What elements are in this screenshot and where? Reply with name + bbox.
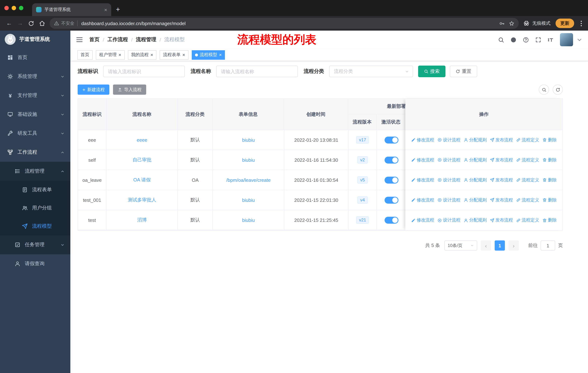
goto-page-input[interactable]: [541, 240, 555, 251]
sidebar-item-home[interactable]: 首页: [0, 48, 70, 67]
form-info-link[interactable]: biubiu: [242, 197, 255, 203]
active-toggle[interactable]: [384, 156, 398, 163]
sidebar-item-devtools[interactable]: 研发工具: [0, 124, 70, 143]
sidebar-item-payment[interactable]: ¥ 支付管理: [0, 86, 70, 105]
sidebar-item-task-mgmt[interactable]: 任务管理: [0, 235, 70, 254]
github-icon[interactable]: [510, 37, 516, 43]
zoom-window-button[interactable]: [19, 6, 23, 10]
form-info-link[interactable]: biubiu: [242, 157, 255, 163]
close-window-button[interactable]: [4, 6, 9, 10]
process-name-input[interactable]: [216, 66, 298, 77]
op-definition-link[interactable]: 流程定义: [516, 137, 539, 143]
bookmark-star-icon[interactable]: [509, 20, 514, 26]
version-badge[interactable]: v21: [356, 216, 369, 224]
op-delete-link[interactable]: 删除: [542, 137, 557, 143]
address-bar[interactable]: 不安全 dashboard.yudao.iocoder.cn/bpm/manag…: [50, 18, 519, 29]
close-icon[interactable]: ×: [182, 52, 185, 57]
password-key-icon[interactable]: [499, 20, 504, 26]
op-publish-link[interactable]: 发布流程: [490, 177, 513, 183]
sidebar-item-process-model[interactable]: 流程模型: [0, 217, 70, 235]
sidebar-item-leave-query[interactable]: 请假查询: [0, 254, 70, 273]
op-design-link[interactable]: 设计流程: [437, 157, 460, 163]
tag-my-process[interactable]: 我的流程×: [128, 50, 156, 60]
sidebar-item-infra[interactable]: 基础设施: [0, 105, 70, 124]
active-toggle[interactable]: [384, 136, 398, 143]
op-modify-link[interactable]: 修改流程: [411, 137, 434, 143]
close-icon[interactable]: ×: [150, 52, 153, 57]
close-icon[interactable]: ×: [118, 52, 121, 57]
process-name-link[interactable]: 滔博: [137, 217, 147, 223]
tag-home[interactable]: 首页: [77, 50, 93, 60]
import-process-button[interactable]: 导入流程: [113, 84, 146, 95]
process-name-link[interactable]: 测试多审批人: [128, 197, 156, 203]
process-id-input[interactable]: [103, 66, 185, 77]
font-size-icon[interactable]: [547, 37, 554, 43]
op-assign-rule-link[interactable]: 分配规则: [464, 157, 487, 163]
tab-close-icon[interactable]: ×: [103, 7, 108, 12]
next-page-button[interactable]: ›: [509, 240, 519, 251]
op-publish-link[interactable]: 发布流程: [490, 157, 513, 163]
op-design-link[interactable]: 设计流程: [437, 137, 460, 143]
op-assign-rule-link[interactable]: 分配规则: [464, 197, 487, 203]
browser-menu-button[interactable]: [578, 19, 584, 28]
op-modify-link[interactable]: 修改流程: [411, 197, 434, 203]
tag-process-model[interactable]: 流程模型×: [192, 50, 225, 60]
op-design-link[interactable]: 设计流程: [437, 217, 460, 223]
reload-button[interactable]: [26, 18, 36, 28]
sidebar-item-system[interactable]: 系统管理: [0, 67, 70, 86]
tag-process-form[interactable]: 流程表单×: [160, 50, 188, 60]
op-publish-link[interactable]: 发布流程: [490, 217, 513, 223]
process-name-link[interactable]: eeee: [137, 137, 147, 143]
new-tab-button[interactable]: +: [116, 5, 120, 13]
tag-tenant[interactable]: 租户管理×: [96, 50, 125, 60]
op-modify-link[interactable]: 修改流程: [411, 177, 434, 183]
close-icon[interactable]: ×: [219, 52, 222, 57]
page-size-select[interactable]: 10条/页: [444, 240, 477, 251]
active-toggle[interactable]: [384, 197, 398, 203]
process-name-link[interactable]: OA 请假: [133, 177, 151, 183]
op-delete-link[interactable]: 删除: [542, 217, 557, 223]
op-modify-link[interactable]: 修改流程: [411, 157, 434, 163]
op-definition-link[interactable]: 流程定义: [516, 197, 539, 203]
sidebar-item-process-mgmt[interactable]: 流程管理: [0, 162, 70, 181]
category-select[interactable]: 流程分类: [329, 66, 413, 77]
op-delete-link[interactable]: 删除: [542, 197, 557, 203]
url-text[interactable]: dashboard.yudao.iocoder.cn/bpm/manager/m…: [81, 20, 495, 26]
op-definition-link[interactable]: 流程定义: [516, 157, 539, 163]
sidebar-item-user-group[interactable]: 用户分组: [0, 199, 70, 217]
op-design-link[interactable]: 设计流程: [437, 177, 460, 183]
op-publish-link[interactable]: 发布流程: [490, 197, 513, 203]
op-design-link[interactable]: 设计流程: [437, 197, 460, 203]
prev-page-button[interactable]: ‹: [481, 240, 491, 251]
collapse-menu-icon[interactable]: [76, 36, 83, 43]
page-1-button[interactable]: 1: [495, 240, 505, 251]
toggle-search-button[interactable]: [539, 84, 549, 95]
form-info-link[interactable]: biubiu: [242, 217, 255, 223]
browser-tab[interactable]: 芋道管理系统 ×: [32, 3, 111, 16]
op-delete-link[interactable]: 删除: [542, 157, 557, 163]
refresh-table-button[interactable]: [553, 84, 563, 95]
security-label[interactable]: 不安全: [61, 20, 74, 26]
op-delete-link[interactable]: 删除: [542, 177, 557, 183]
breadcrumb-process-mgmt[interactable]: 流程管理: [136, 36, 156, 43]
op-definition-link[interactable]: 流程定义: [516, 177, 539, 183]
form-info-link[interactable]: /bpm/oa/leave/create: [226, 177, 271, 183]
sidebar-item-workflow[interactable]: 工作流程: [0, 143, 70, 162]
fullscreen-icon[interactable]: [535, 37, 541, 43]
process-name-link[interactable]: 自己审批: [133, 157, 151, 163]
op-assign-rule-link[interactable]: 分配规则: [464, 177, 487, 183]
forward-button[interactable]: →: [15, 18, 25, 28]
home-button[interactable]: [37, 18, 47, 28]
op-assign-rule-link[interactable]: 分配规则: [464, 217, 487, 223]
reset-button[interactable]: 重置: [450, 66, 477, 77]
op-definition-link[interactable]: 流程定义: [516, 217, 539, 223]
op-modify-link[interactable]: 修改流程: [411, 217, 434, 223]
breadcrumb-workflow[interactable]: 工作流程: [107, 36, 128, 43]
breadcrumb-home[interactable]: 首页: [89, 36, 100, 43]
user-avatar[interactable]: [560, 33, 573, 46]
browser-update-button[interactable]: 更新: [556, 19, 574, 28]
active-toggle[interactable]: [384, 217, 398, 223]
search-button[interactable]: 搜索: [418, 66, 445, 77]
form-info-link[interactable]: biubiu: [242, 137, 255, 143]
back-button[interactable]: ←: [4, 18, 14, 28]
